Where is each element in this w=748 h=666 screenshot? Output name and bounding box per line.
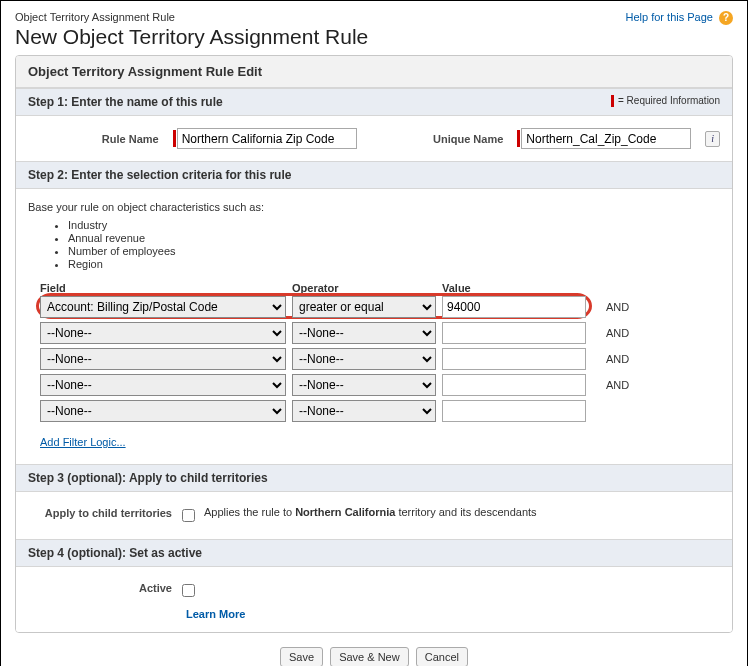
step4-body: Active Learn More: [16, 567, 732, 632]
cancel-button[interactable]: Cancel: [416, 647, 468, 666]
operator-select[interactable]: --None--: [292, 374, 436, 396]
rule-name-label: Rule Name: [28, 133, 165, 145]
step1-header-text: Step 1: Enter the name of this rule: [28, 95, 223, 109]
unique-name-label: Unique Name: [409, 133, 509, 145]
operator-select[interactable]: --None--: [292, 348, 436, 370]
step2-bullet-list: IndustryAnnual revenueNumber of employee…: [68, 219, 720, 270]
criteria-row: --None----None--AND: [28, 372, 720, 398]
bullet-item: Industry: [68, 219, 720, 231]
page-title: New Object Territory Assignment Rule: [15, 25, 733, 49]
panel-title: Object Territory Assignment Rule Edit: [16, 56, 732, 88]
col-field: Field: [40, 282, 292, 294]
step2-base-text: Base your rule on object characteristics…: [28, 201, 720, 213]
and-label: AND: [606, 379, 629, 391]
help-for-page-link[interactable]: Help for this Page: [626, 11, 713, 23]
step3-header: Step 3 (optional): Apply to child territ…: [16, 464, 732, 492]
value-input[interactable]: [442, 348, 586, 370]
add-filter-logic-wrap: Add Filter Logic...: [40, 436, 720, 448]
col-value: Value: [442, 282, 592, 294]
step2-body: Base your rule on object characteristics…: [16, 189, 732, 464]
required-mark-icon: [611, 95, 614, 107]
help-icon[interactable]: ?: [719, 11, 733, 25]
apply-child-label: Apply to child territories: [28, 506, 178, 519]
field-select[interactable]: --None--: [40, 322, 286, 344]
field-select[interactable]: Account: Billing Zip/Postal Code: [40, 296, 286, 318]
info-icon[interactable]: i: [705, 131, 720, 147]
step1-header: Step 1: Enter the name of this rule = Re…: [16, 88, 732, 116]
field-select[interactable]: --None--: [40, 374, 286, 396]
rule-name-input[interactable]: [177, 128, 357, 149]
apply-child-desc-prefix: Applies the rule to: [204, 506, 295, 518]
and-label: AND: [606, 353, 629, 365]
field-select[interactable]: --None--: [40, 400, 286, 422]
operator-select[interactable]: greater or equal: [292, 296, 436, 318]
help-link-wrap: Help for this Page ?: [626, 11, 734, 25]
col-operator: Operator: [292, 282, 442, 294]
criteria-rows: Account: Billing Zip/Postal Codegreater …: [28, 294, 720, 424]
bullet-item: Number of employees: [68, 245, 720, 257]
and-label: AND: [606, 327, 629, 339]
apply-child-desc: Applies the rule to Northern California …: [204, 506, 537, 518]
required-info-text: = Required Information: [618, 95, 720, 106]
bullet-item: Region: [68, 258, 720, 270]
step3-body: Apply to child territories Applies the r…: [16, 492, 732, 539]
criteria-headers: Field Operator Value: [28, 282, 720, 294]
learn-more-link[interactable]: Learn More: [186, 608, 245, 620]
required-info: = Required Information: [611, 95, 720, 107]
required-bar-icon: [173, 130, 176, 147]
operator-select[interactable]: --None--: [292, 400, 436, 422]
criteria-row: --None----None--: [28, 398, 720, 424]
save-button[interactable]: Save: [280, 647, 323, 666]
step1-body: Rule Name Unique Name i: [16, 116, 732, 161]
field-select[interactable]: --None--: [40, 348, 286, 370]
unique-name-input[interactable]: [521, 128, 691, 149]
value-input[interactable]: [442, 322, 586, 344]
criteria-row: --None----None--AND: [28, 320, 720, 346]
button-row: Save Save & New Cancel: [15, 633, 733, 666]
value-input[interactable]: [442, 296, 586, 318]
apply-child-desc-suffix: territory and its descendants: [395, 506, 536, 518]
active-checkbox[interactable]: [182, 584, 195, 597]
operator-select[interactable]: --None--: [292, 322, 436, 344]
page-container: Help for this Page ? Object Territory As…: [0, 0, 748, 666]
value-input[interactable]: [442, 400, 586, 422]
add-filter-logic-link[interactable]: Add Filter Logic...: [40, 436, 126, 448]
step2-header: Step 2: Enter the selection criteria for…: [16, 161, 732, 189]
and-label: AND: [606, 301, 629, 313]
edit-panel: Object Territory Assignment Rule Edit St…: [15, 55, 733, 633]
apply-child-checkbox[interactable]: [182, 509, 195, 522]
territory-name: Northern California: [295, 506, 395, 518]
value-input[interactable]: [442, 374, 586, 396]
step4-header: Step 4 (optional): Set as active: [16, 539, 732, 567]
criteria-row: --None----None--AND: [28, 346, 720, 372]
save-and-new-button[interactable]: Save & New: [330, 647, 409, 666]
page-header: Help for this Page ? Object Territory As…: [1, 1, 747, 55]
bullet-item: Annual revenue: [68, 232, 720, 244]
criteria-row: Account: Billing Zip/Postal Codegreater …: [28, 294, 720, 320]
required-bar-icon: [517, 130, 520, 147]
active-label: Active: [28, 581, 178, 594]
